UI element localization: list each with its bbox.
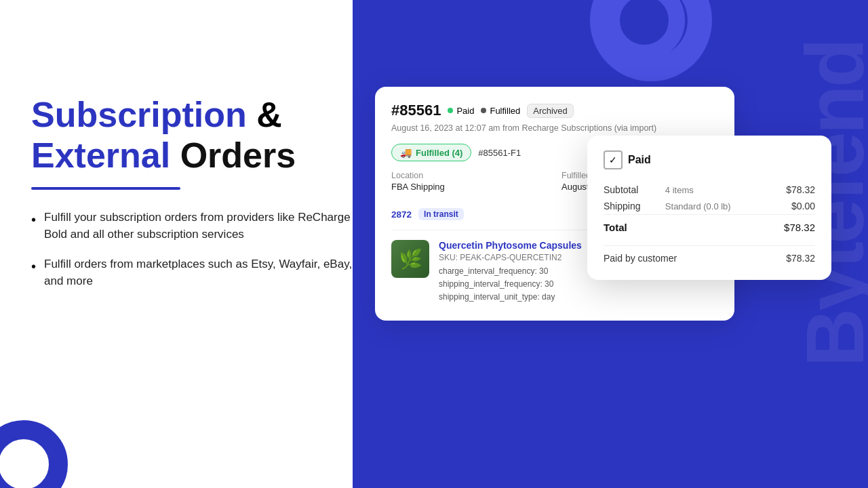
location-value: FBA Shipping: [391, 182, 548, 192]
order-meta: August 16, 2023 at 12:07 am from Recharg…: [391, 123, 718, 133]
title-divider: [31, 187, 180, 190]
fulfillment-id: #85561-F1: [478, 148, 521, 158]
badge-archived: Archived: [527, 104, 574, 118]
order-header: #85561 Paid Fulfilled Archived: [391, 102, 718, 119]
total-row: Total $78.32: [604, 215, 815, 237]
bullet-item-1: Fulfill your subscription orders from pr…: [31, 209, 357, 243]
bullet-item-2: Fulfill orders from marketplaces such as…: [31, 256, 357, 290]
payment-divider: [604, 245, 815, 246]
product-image: 🌿: [391, 240, 429, 278]
location-label: Location: [391, 171, 548, 180]
payment-card: ✓ Paid Subtotal 4 items $78.32 Shipping …: [587, 136, 831, 280]
title-external: External: [31, 136, 170, 175]
title-subscription: Subscription: [31, 95, 247, 134]
hero-title: Subscription & External Orders: [31, 95, 357, 176]
shipping-unit-type: shipping_interval_unit_type: day: [439, 291, 627, 304]
bullet-list: Fulfill your subscription orders from pr…: [31, 209, 357, 290]
payment-header: ✓ Paid: [604, 150, 815, 169]
subtotal-label: Subtotal: [604, 182, 660, 198]
left-content-area: Subscription & External Orders Fulfill y…: [31, 95, 357, 302]
shipping-interval: shipping_interval_frequency: 30: [439, 278, 627, 291]
paid-by-row: Paid by customer $78.32: [604, 253, 815, 264]
badge-fulfilled: Fulfilled: [481, 106, 520, 116]
fulfilled-label: Fulfilled: [490, 106, 520, 116]
total-label: Total: [604, 215, 660, 237]
tracking-status: In transit: [418, 208, 464, 220]
shipping-method: Standard (0.0 lb): [660, 198, 768, 215]
title-orders: Orders: [170, 136, 296, 175]
total-spacer: [660, 215, 768, 237]
fulfilled-badge: 🚚 Fulfilled (4): [391, 144, 471, 161]
order-number: #85561: [391, 102, 441, 119]
shipping-amount: $0.00: [768, 198, 815, 215]
fulfilled-dot: [481, 108, 486, 113]
payment-table: Subtotal 4 items $78.32 Shipping Standar…: [604, 182, 815, 236]
title-amp: &: [247, 95, 282, 134]
location-block: Location FBA Shipping: [391, 171, 548, 192]
tracking-link[interactable]: 2872: [391, 209, 412, 220]
subtotal-row: Subtotal 4 items $78.32: [604, 182, 815, 198]
paid-by-amount: $78.32: [786, 253, 815, 264]
paid-by-label: Paid by customer: [604, 253, 677, 264]
shipping-row: Shipping Standard (0.0 lb) $0.00: [604, 198, 815, 215]
total-amount: $78.32: [768, 215, 815, 237]
paid-label: Paid: [456, 106, 474, 116]
badge-paid: Paid: [448, 106, 474, 116]
subtotal-amount: $78.32: [768, 182, 815, 198]
shipping-label: Shipping: [604, 198, 660, 215]
payment-title: Paid: [628, 154, 651, 166]
truck-icon: 🚚: [400, 147, 412, 158]
fulfilled-count: Fulfilled (4): [416, 148, 462, 158]
paid-icon: ✓: [604, 150, 623, 169]
paid-dot: [448, 108, 453, 113]
subtotal-qty: 4 items: [660, 182, 768, 198]
